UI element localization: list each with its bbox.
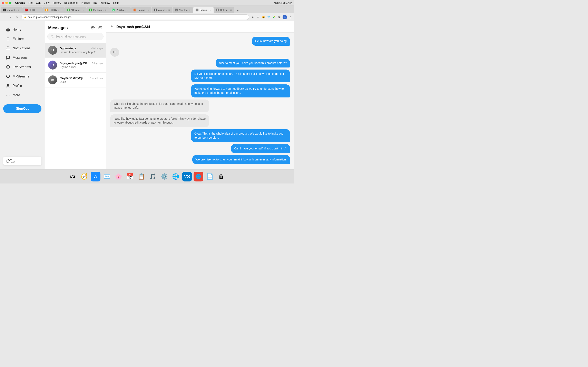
tab-coterie1[interactable]: C Coterie ✕: [131, 7, 151, 13]
tab-close-mail[interactable]: ✕: [39, 9, 40, 11]
tab-wha[interactable]: W (2) Wha... ✕: [109, 7, 131, 13]
extension-icon[interactable]: 🐱: [261, 15, 265, 19]
tab-close-coterie2[interactable]: ✕: [168, 9, 170, 11]
new-tab-button[interactable]: +: [235, 8, 240, 13]
chat-more-button[interactable]: ⋮: [286, 25, 290, 29]
dock-trash[interactable]: 🗑: [216, 172, 226, 182]
tab-coterie3[interactable]: C Coterie ✕: [193, 7, 214, 13]
system-time: Mon 6 Feb 17:44: [274, 1, 292, 4]
signout-button[interactable]: SignOut: [3, 104, 42, 113]
download-icon[interactable]: ⬇: [251, 15, 255, 19]
dock-mail[interactable]: ✉️: [102, 172, 112, 182]
conv-preview-oghenetega: I refuse to abandon any hope!!!: [60, 50, 103, 54]
menu-file[interactable]: File: [28, 1, 33, 4]
bookmark-icon[interactable]: ☆: [256, 15, 260, 19]
messages-panel: Messages Searc: [45, 21, 106, 169]
tab-close-eth[interactable]: ✕: [61, 9, 62, 11]
message-text-6: What do I like about the product? I like…: [113, 102, 203, 109]
extension2-icon[interactable]: 💎: [267, 15, 271, 19]
dock-calendar[interactable]: 📅: [125, 172, 135, 182]
sidebar-toggle-icon[interactable]: ▣: [277, 15, 281, 19]
sidebar-item-more[interactable]: More: [3, 91, 42, 100]
chat-back-button[interactable]: [110, 25, 114, 29]
menu-profiles[interactable]: Profiles: [81, 1, 90, 4]
tab-close-coterie4[interactable]: ✕: [230, 9, 232, 11]
tab-label-newpro: New Pro: [179, 9, 188, 11]
menu-edit[interactable]: Edit: [36, 1, 40, 4]
explore-icon: [6, 37, 10, 41]
dock-vscode[interactable]: VS: [182, 172, 192, 182]
search-placeholder: Search direct messages: [55, 35, 86, 38]
sidebar-item-notifications[interactable]: Notifications: [3, 44, 42, 53]
conversation-item-dayo[interactable]: D Dayo_mah gee@234 3 days ago Cry me a r…: [45, 58, 106, 73]
menu-icon[interactable]: ⋮: [288, 15, 292, 19]
address-input[interactable]: 🔒 coterie-production.vercel.app/messages: [21, 15, 249, 20]
dock-freeform[interactable]: 📋: [136, 172, 146, 182]
dock-chrome2[interactable]: 🌐: [194, 172, 203, 182]
tab-label-coterie3: Coterie: [200, 9, 208, 11]
tab-close-github[interactable]: ✕: [18, 9, 20, 11]
sidebar-item-profile[interactable]: Profile: [3, 82, 42, 90]
sidebar-item-messages[interactable]: Messages: [3, 53, 42, 62]
tab-mail[interactable]: M (3088) ✕: [22, 7, 43, 13]
tab-eth[interactable]: E ETHGlo... ✕: [43, 7, 65, 13]
dock-settings[interactable]: ⚙️: [159, 172, 169, 182]
sidebar-item-livestreams[interactable]: LiveStreams: [3, 63, 42, 71]
extension3-icon[interactable]: 🧩: [272, 15, 276, 19]
tab-coterie4[interactable]: C Coterie ✕: [214, 7, 234, 13]
message-1: Hello, how are you doing: [252, 37, 290, 46]
menu-window[interactable]: Window: [100, 1, 110, 4]
sidebar-item-mystreams[interactable]: MyStreams: [3, 72, 42, 81]
sidebar-item-home[interactable]: Home: [3, 25, 42, 34]
messages-settings-icon[interactable]: [90, 25, 95, 30]
dock-finder[interactable]: 🗂: [68, 172, 78, 182]
menu-help[interactable]: Help: [113, 1, 119, 4]
livestreams-icon: [6, 65, 10, 69]
conversation-item-maybe[interactable]: m maybeDestiny!@ 1 month ago Ouch: [45, 73, 106, 87]
tab-mygran[interactable]: G My Gran... ✕: [87, 7, 109, 13]
dock-safari[interactable]: 🧭: [79, 172, 89, 182]
minimize-button[interactable]: [5, 2, 8, 4]
menu-chrome[interactable]: Chrome: [15, 1, 25, 4]
profile-icon[interactable]: A: [283, 15, 287, 19]
conversation-item-oghenetega[interactable]: O Oghenetega 45mins ago I refuse to aban…: [45, 43, 106, 58]
tab-close-wha[interactable]: ✕: [127, 9, 129, 11]
tab-close-coterie1[interactable]: ✕: [147, 9, 149, 11]
tab-close-decent[interactable]: ✕: [82, 9, 84, 11]
maximize-button[interactable]: [9, 2, 11, 4]
tab-close-mygran[interactable]: ✕: [105, 9, 107, 11]
tab-close-newpro[interactable]: ✕: [189, 9, 190, 11]
tab-newpro[interactable]: N New Pro ✕: [173, 7, 193, 13]
search-messages-bar[interactable]: Search direct messages: [47, 33, 104, 40]
back-button[interactable]: ‹: [2, 15, 7, 20]
messages-header: Messages: [45, 21, 106, 33]
dock-appstore[interactable]: A: [91, 172, 100, 182]
menu-view[interactable]: View: [44, 1, 49, 4]
menu-bookmarks[interactable]: Bookmarks: [64, 1, 78, 4]
dock-files[interactable]: 📄: [205, 172, 215, 182]
svg-point-6: [8, 95, 8, 95]
close-button[interactable]: [2, 2, 4, 4]
message-10: We promise not to spam your email inbox …: [192, 155, 290, 164]
profile-nav-icon: [6, 83, 10, 88]
new-message-icon[interactable]: [98, 25, 103, 30]
dock-chrome[interactable]: 🌐: [171, 172, 181, 182]
message-3: Nice to meet you. have you used this pro…: [216, 59, 290, 68]
svg-point-5: [7, 84, 9, 86]
message-4: Do you like it's features so far? This i…: [191, 69, 290, 82]
dock-photos[interactable]: 🌸: [113, 172, 123, 182]
chat-header: Dayo_mah gee@234 ⋮: [106, 21, 294, 33]
conv-name-dayo: Dayo_mah gee@234: [60, 62, 87, 65]
tab-close-coterie3[interactable]: ✕: [209, 9, 211, 11]
menu-history[interactable]: History: [53, 1, 61, 4]
menu-tab[interactable]: Tab: [93, 1, 97, 4]
reload-button[interactable]: ↻: [15, 15, 20, 20]
forward-button[interactable]: ›: [8, 15, 13, 20]
tab-github[interactable]: G monar/f... ✕: [1, 7, 22, 13]
dock-music[interactable]: 🎵: [148, 172, 158, 182]
tab-decent[interactable]: D "Decent... ✕: [65, 7, 86, 13]
message-text-10: We promise not to spam your email inbox …: [196, 158, 287, 161]
tab-coterie2[interactable]: C coterie... ✕: [152, 7, 172, 13]
sidebar-item-explore[interactable]: Explore: [3, 35, 42, 43]
tab-label-decent: "Decent...: [71, 9, 81, 11]
